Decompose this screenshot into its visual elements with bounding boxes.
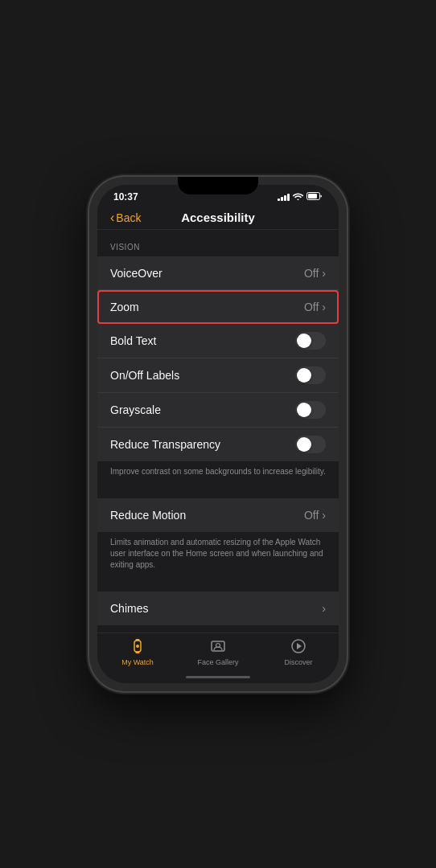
vision-section-header: VISION bbox=[97, 230, 339, 256]
reduce-transparency-toggle[interactable] bbox=[295, 436, 326, 453]
content-scroll[interactable]: VISION VoiceOver Off › Zoom Off › bbox=[97, 230, 339, 633]
reduce-motion-chevron-icon: › bbox=[322, 509, 326, 522]
zoom-value: Off bbox=[304, 301, 319, 313]
reduce-transparency-label: Reduce Transparency bbox=[110, 438, 220, 451]
bold-text-row[interactable]: Bold Text bbox=[97, 324, 339, 358]
grayscale-label: Grayscale bbox=[110, 403, 161, 416]
home-indicator bbox=[97, 673, 339, 683]
spacer-3 bbox=[97, 625, 339, 633]
zoom-row[interactable]: Zoom Off › bbox=[97, 290, 339, 324]
back-button[interactable]: ‹ Back bbox=[110, 211, 141, 225]
zoom-right: Off › bbox=[304, 301, 326, 313]
svg-rect-1 bbox=[308, 194, 317, 199]
chimes-group: Chimes › bbox=[97, 592, 339, 625]
tab-face-gallery-label: Face Gallery bbox=[197, 658, 238, 666]
svg-marker-9 bbox=[297, 643, 302, 649]
zoom-chevron-icon: › bbox=[322, 301, 326, 313]
battery-icon bbox=[306, 192, 323, 202]
reduce-transparency-toggle-knob bbox=[297, 437, 311, 452]
spacer-2 bbox=[97, 579, 339, 592]
svg-point-5 bbox=[136, 645, 139, 648]
grayscale-toggle[interactable] bbox=[295, 401, 326, 419]
status-time: 10:37 bbox=[113, 191, 138, 203]
reduce-motion-description: Limits animation and automatic resizing … bbox=[97, 532, 339, 579]
reduce-motion-label: Reduce Motion bbox=[110, 509, 186, 522]
wifi-icon bbox=[293, 192, 303, 202]
zoom-label: Zoom bbox=[110, 301, 139, 313]
back-chevron-icon: ‹ bbox=[110, 211, 114, 225]
chimes-row[interactable]: Chimes › bbox=[97, 592, 339, 625]
voiceover-label: VoiceOver bbox=[110, 267, 162, 280]
voiceover-row[interactable]: VoiceOver Off › bbox=[97, 256, 339, 290]
spacer-1 bbox=[97, 485, 339, 498]
tab-face-gallery[interactable]: Face Gallery bbox=[178, 638, 258, 666]
page-title: Accessibility bbox=[181, 211, 255, 224]
grayscale-row[interactable]: Grayscale bbox=[97, 393, 339, 428]
svg-rect-6 bbox=[212, 641, 224, 651]
status-icons bbox=[278, 192, 323, 202]
notch bbox=[178, 177, 258, 194]
onoff-labels-toggle-knob bbox=[297, 368, 311, 383]
chimes-chevron-icon: › bbox=[322, 602, 326, 615]
grayscale-toggle-knob bbox=[297, 403, 311, 417]
tab-discover[interactable]: Discover bbox=[258, 638, 339, 666]
reduce-transparency-row[interactable]: Reduce Transparency bbox=[97, 428, 339, 461]
face-gallery-icon bbox=[210, 638, 226, 657]
onoff-labels-label: On/Off Labels bbox=[110, 369, 179, 382]
svg-rect-4 bbox=[136, 652, 140, 654]
bold-text-toggle-knob bbox=[297, 334, 311, 348]
tab-bar: My Watch Face Gallery bbox=[97, 633, 339, 673]
chimes-label: Chimes bbox=[110, 602, 148, 615]
reduce-motion-right: Off › bbox=[304, 509, 326, 522]
reduce-motion-value: Off bbox=[304, 509, 319, 522]
phone-device: 10:37 bbox=[89, 177, 347, 691]
chimes-right: › bbox=[322, 602, 326, 615]
onoff-labels-row[interactable]: On/Off Labels bbox=[97, 358, 339, 393]
reduce-transparency-description: Improve contrast on some backgrounds to … bbox=[97, 461, 339, 485]
discover-icon bbox=[290, 638, 306, 657]
nav-bar: ‹ Back Accessibility bbox=[97, 206, 339, 230]
bold-text-label: Bold Text bbox=[110, 334, 156, 347]
tab-my-watch[interactable]: My Watch bbox=[97, 638, 178, 666]
voiceover-right: Off › bbox=[304, 267, 326, 280]
home-bar bbox=[186, 676, 250, 678]
voiceover-value: Off bbox=[304, 267, 319, 280]
vision-list-group: VoiceOver Off › Zoom Off › Bold bbox=[97, 256, 339, 461]
back-label: Back bbox=[116, 211, 141, 224]
signal-icon bbox=[278, 193, 290, 201]
tab-discover-label: Discover bbox=[284, 658, 312, 666]
tab-my-watch-label: My Watch bbox=[121, 658, 154, 666]
bold-text-toggle[interactable] bbox=[295, 332, 326, 350]
svg-rect-3 bbox=[136, 639, 140, 641]
voiceover-chevron-icon: › bbox=[322, 267, 326, 280]
phone-screen: 10:37 bbox=[97, 185, 339, 683]
reduce-motion-row[interactable]: Reduce Motion Off › bbox=[97, 498, 339, 532]
onoff-labels-toggle[interactable] bbox=[295, 366, 326, 384]
reduce-motion-group: Reduce Motion Off › bbox=[97, 498, 339, 532]
watch-icon bbox=[130, 638, 146, 657]
